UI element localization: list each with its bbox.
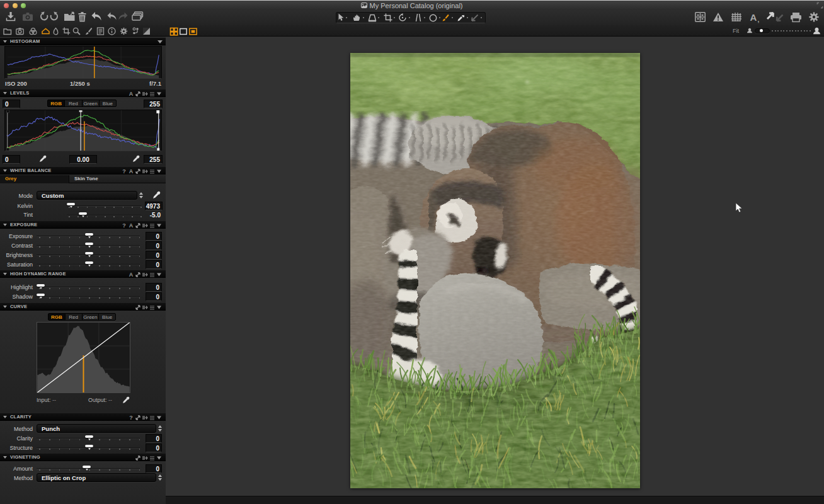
svg-text:?: ? (122, 168, 126, 175)
svg-text:A: A (750, 12, 757, 23)
svg-text:?: ? (129, 415, 133, 421)
svg-text:A: A (129, 272, 134, 278)
svg-text:,: , (758, 16, 760, 23)
svg-text:A: A (129, 91, 134, 97)
svg-text:?: ? (122, 222, 126, 229)
svg-text:A: A (129, 222, 134, 229)
svg-text:A: A (129, 168, 134, 175)
